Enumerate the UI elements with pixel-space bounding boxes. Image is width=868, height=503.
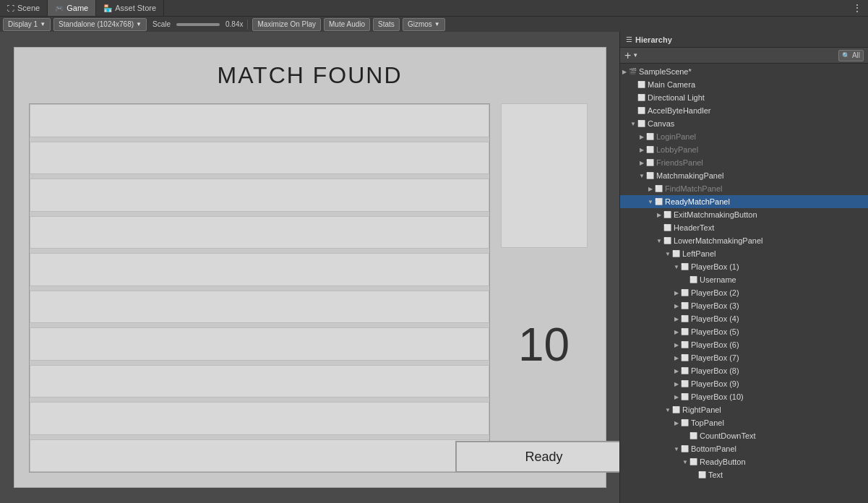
tree-item-player-box-4[interactable]: ▶⬜PlayerBox (4) [620, 312, 868, 325]
tree-label-top-panel: TopPanel [691, 418, 724, 427]
maximize-on-play-button[interactable]: Maximize On Play [252, 18, 321, 31]
tree-item-player-box-3[interactable]: ▶⬜PlayerBox (3) [620, 299, 868, 312]
gizmos-button[interactable]: Gizmos ▼ [403, 18, 445, 31]
tree-item-text[interactable]: ⬜Text [620, 468, 868, 481]
tree-arrow-player-box-7[interactable]: ▶ [672, 355, 681, 361]
tree-arrow-player-box-8[interactable]: ▶ [672, 368, 681, 374]
tab-more-button[interactable]: ⋮ [846, 2, 868, 14]
cube-icon-canvas: ⬜ [637, 120, 645, 127]
tree-arrow-lower-matchmaking-panel[interactable]: ▼ [655, 238, 663, 244]
tree-item-canvas[interactable]: ▼⬜Canvas [620, 117, 868, 130]
tree-item-header-text[interactable]: ⬜HeaderText [620, 221, 868, 234]
hierarchy-add-button[interactable]: + ▼ [624, 49, 638, 62]
tree-item-ready-match-panel[interactable]: ▼⬜ReadyMatchPanel [620, 195, 868, 208]
tree-label-text: Text [708, 470, 723, 479]
tree-arrow-player-box-9[interactable]: ▶ [672, 381, 681, 387]
resolution-select[interactable]: Standalone (1024x768) ▼ [53, 18, 147, 31]
cube-icon-accel-byte-handler: ⬜ [637, 107, 645, 114]
scene-icon-sample-scene: 🎬 [629, 68, 637, 75]
tree-arrow-ready-match-panel[interactable]: ▼ [646, 199, 655, 205]
tree-arrow-player-box-10[interactable]: ▶ [672, 394, 681, 400]
tree-item-player-box-7[interactable]: ▶⬜PlayerBox (7) [620, 351, 868, 364]
tree-arrow-left-panel[interactable]: ▼ [663, 251, 672, 257]
tree-item-find-match-panel[interactable]: ▶⬜FindMatchPanel [620, 182, 868, 195]
tree-arrow-matchmaking-panel[interactable]: ▼ [637, 173, 646, 179]
tree-arrow-right-panel[interactable]: ▼ [663, 407, 672, 413]
tree-item-exit-matchmaking-btn[interactable]: ▶⬜ExitMatchmakingButton [620, 208, 868, 221]
tree-arrow-player-box-4[interactable]: ▶ [672, 316, 681, 322]
tree-arrow-bottom-panel[interactable]: ▼ [672, 446, 681, 452]
display-label: Display 1 [8, 20, 38, 28]
tree-label-login-panel: LoginPanel [656, 132, 696, 141]
tree-arrow-find-match-panel[interactable]: ▶ [646, 186, 655, 192]
tree-item-player-box-9[interactable]: ▶⬜PlayerBox (9) [620, 377, 868, 390]
tree-item-lobby-panel[interactable]: ▶⬜LobbyPanel [620, 143, 868, 156]
tree-label-player-box-1: PlayerBox (1) [691, 262, 739, 271]
mute-audio-button[interactable]: Mute Audio [324, 18, 370, 31]
tree-item-ready-button[interactable]: ▼⬜ReadyButton [620, 455, 868, 468]
gizmos-arrow: ▼ [434, 21, 440, 27]
cube-icon-right-panel: ⬜ [672, 406, 680, 413]
game-toolbar: Display 1 ▼ Standalone (1024x768) ▼ Scal… [0, 16, 868, 32]
ready-button[interactable]: Ready [455, 441, 632, 473]
tree-item-player-box-6[interactable]: ▶⬜PlayerBox (6) [620, 338, 868, 351]
tree-item-lower-matchmaking-panel[interactable]: ▼⬜LowerMatchmakingPanel [620, 234, 868, 247]
tab-scene[interactable]: ⛶ Scene [0, 0, 48, 16]
cube-icon-player-box-5: ⬜ [681, 328, 689, 335]
tree-item-username[interactable]: ⬜Username [620, 273, 868, 286]
player-box-4 [30, 216, 489, 249]
tree-arrow-player-box-1[interactable]: ▼ [672, 264, 681, 270]
tree-item-matchmaking-panel[interactable]: ▼⬜MatchmakingPanel [620, 169, 868, 182]
display-arrow: ▼ [40, 21, 46, 27]
tree-label-canvas: Canvas [648, 119, 674, 128]
tree-label-player-box-5: PlayerBox (5) [691, 327, 739, 336]
tree-label-left-panel: LeftPanel [682, 249, 716, 258]
tree-label-player-box-3: PlayerBox (3) [691, 301, 739, 310]
tree-item-accel-byte-handler[interactable]: ⬜AccelByteHandler [620, 104, 868, 117]
tree-item-player-box-10[interactable]: ▶⬜PlayerBox (10) [620, 390, 868, 403]
game-panel: MATCH FOUND 10 [14, 47, 606, 488]
scale-slider[interactable] [176, 23, 220, 26]
tree-arrow-player-box-5[interactable]: ▶ [672, 329, 681, 335]
tree-arrow-top-panel[interactable]: ▶ [672, 420, 681, 426]
cube-icon-find-match-panel: ⬜ [655, 185, 663, 192]
tree-item-left-panel[interactable]: ▼⬜LeftPanel [620, 247, 868, 260]
tree-arrow-sample-scene[interactable]: ▶ [620, 69, 629, 75]
tab-asset-store[interactable]: 🏪 Asset Store [96, 0, 164, 16]
tree-item-top-panel[interactable]: ▶⬜TopPanel [620, 416, 868, 429]
tree-item-countdown-text[interactable]: ⬜CountDownText [620, 429, 868, 442]
tree-arrow-player-box-3[interactable]: ▶ [672, 303, 681, 309]
tree-arrow-player-box-6[interactable]: ▶ [672, 342, 681, 348]
tree-item-player-box-1[interactable]: ▼⬜PlayerBox (1) [620, 260, 868, 273]
tree-arrow-exit-matchmaking-btn[interactable]: ▶ [655, 212, 663, 218]
hierarchy-search-box[interactable]: 🔍 All [838, 50, 864, 61]
tree-arrow-friends-panel[interactable]: ▶ [637, 160, 646, 166]
tree-item-sample-scene[interactable]: ▶🎬SampleScene* [620, 65, 868, 78]
display-select[interactable]: Display 1 ▼ [3, 18, 51, 31]
tree-item-player-box-8[interactable]: ▶⬜PlayerBox (8) [620, 364, 868, 377]
tree-item-player-box-5[interactable]: ▶⬜PlayerBox (5) [620, 325, 868, 338]
tree-arrow-ready-button[interactable]: ▼ [681, 459, 689, 465]
tree-item-directional-light[interactable]: ⬜Directional Light [620, 91, 868, 104]
tree-item-bottom-panel[interactable]: ▼⬜BottomPanel [620, 442, 868, 455]
tree-item-player-box-2[interactable]: ▶⬜PlayerBox (2) [620, 286, 868, 299]
player-box-8 [30, 365, 489, 398]
hierarchy-panel-title: Hierarchy [635, 35, 672, 44]
tree-arrow-canvas[interactable]: ▼ [629, 121, 637, 127]
tree-item-right-panel[interactable]: ▼⬜RightPanel [620, 403, 868, 416]
player-box-5 [30, 253, 489, 286]
tree-item-friends-panel[interactable]: ▶⬜FriendsPanel [620, 156, 868, 169]
cube-icon-matchmaking-panel: ⬜ [646, 172, 654, 179]
tree-arrow-player-box-2[interactable]: ▶ [672, 290, 681, 296]
tab-game[interactable]: 🎮 Game [48, 0, 96, 16]
game-tab-label: Game [66, 4, 88, 12]
stats-button[interactable]: Stats [373, 18, 400, 31]
search-placeholder: All [852, 51, 860, 59]
cube-icon-player-box-7: ⬜ [681, 354, 689, 361]
cube-icon-player-box-3: ⬜ [681, 302, 689, 309]
tree-item-login-panel[interactable]: ▶⬜LoginPanel [620, 130, 868, 143]
tree-arrow-login-panel[interactable]: ▶ [637, 134, 646, 140]
tree-item-main-camera[interactable]: ⬜Main Camera [620, 78, 868, 91]
tree-arrow-lobby-panel[interactable]: ▶ [637, 147, 646, 153]
hierarchy-header: ☰ Hierarchy [620, 32, 868, 48]
